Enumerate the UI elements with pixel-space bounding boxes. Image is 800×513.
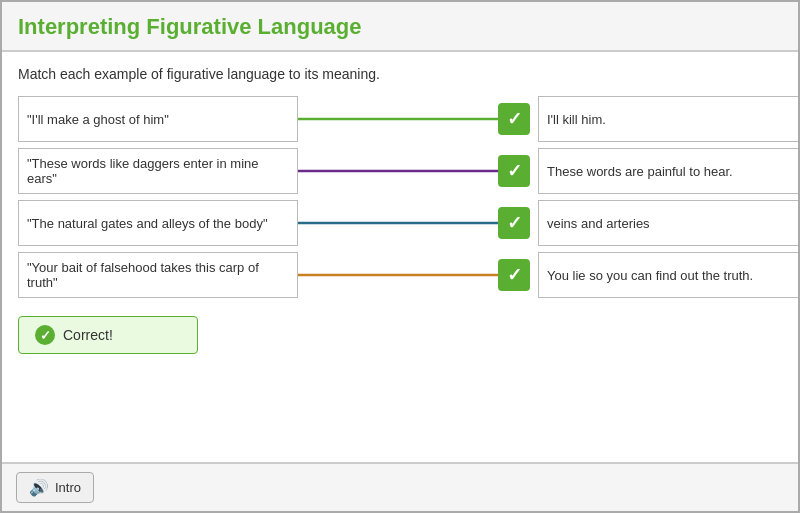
- instructions: Match each example of figurative languag…: [18, 66, 782, 82]
- correct-label: Correct!: [63, 327, 113, 343]
- check-mark-4: ✓: [507, 264, 522, 286]
- check-box-3: ✓: [498, 207, 530, 239]
- right-meaning-1: I'll kill him.: [538, 96, 798, 142]
- check-box-1: ✓: [498, 103, 530, 135]
- left-phrase-4: "Your bait of falsehood takes this carp …: [18, 252, 298, 298]
- correct-icon: ✓: [35, 325, 55, 345]
- left-phrase-3: "The natural gates and alleys of the bod…: [18, 200, 298, 246]
- check-mark-1: ✓: [507, 108, 522, 130]
- left-phrase-1: "I'll make a ghost of him": [18, 96, 298, 142]
- check-box-4: ✓: [498, 259, 530, 291]
- match-row-3: "The natural gates and alleys of the bod…: [18, 200, 782, 246]
- left-phrase-2: "These words like daggers enter in mine …: [18, 148, 298, 194]
- matching-area: "I'll make a ghost of him"✓I'll kill him…: [18, 96, 782, 298]
- match-row-1: "I'll make a ghost of him"✓I'll kill him…: [18, 96, 782, 142]
- intro-button-label: Intro: [55, 480, 81, 495]
- right-meaning-4: You lie so you can find out the truth.: [538, 252, 798, 298]
- intro-button[interactable]: 🔊 Intro: [16, 472, 94, 503]
- main-content: Match each example of figurative languag…: [2, 52, 798, 462]
- footer: 🔊 Intro: [2, 462, 798, 511]
- connector-2: [298, 148, 498, 194]
- connector-4: [298, 252, 498, 298]
- correct-banner: ✓ Correct!: [18, 316, 198, 354]
- check-mark-3: ✓: [507, 212, 522, 234]
- connector-3: [298, 200, 498, 246]
- right-meaning-3: veins and arteries: [538, 200, 798, 246]
- check-mark-2: ✓: [507, 160, 522, 182]
- match-row-2: "These words like daggers enter in mine …: [18, 148, 782, 194]
- speaker-icon: 🔊: [29, 478, 49, 497]
- page-title: Interpreting Figurative Language: [18, 14, 782, 40]
- header: Interpreting Figurative Language: [2, 2, 798, 52]
- check-box-2: ✓: [498, 155, 530, 187]
- app-container: Interpreting Figurative Language Match e…: [0, 0, 800, 513]
- match-row-4: "Your bait of falsehood takes this carp …: [18, 252, 782, 298]
- right-meaning-2: These words are painful to hear.: [538, 148, 798, 194]
- connector-1: [298, 96, 498, 142]
